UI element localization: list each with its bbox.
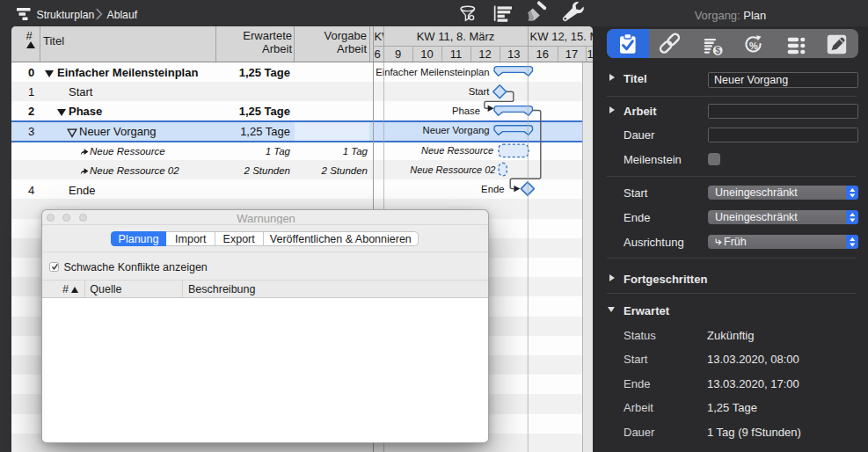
svg-text:Neue Ressource 02: Neue Ressource 02 [410, 164, 495, 175]
svg-text:%: % [749, 40, 758, 51]
svg-text:Neue Ressource: Neue Ressource [421, 145, 493, 156]
svg-text:Phase: Phase [452, 106, 480, 116]
svg-text:Start: Start [469, 86, 491, 97]
svg-text:$: $ [715, 45, 720, 55]
svg-text:Ende: Ende [481, 184, 504, 194]
svg-text:Einfacher Meilensteinplan: Einfacher Meilensteinplan [376, 67, 489, 77]
svg-text:Neuer Vorgang: Neuer Vorgang [423, 125, 490, 135]
